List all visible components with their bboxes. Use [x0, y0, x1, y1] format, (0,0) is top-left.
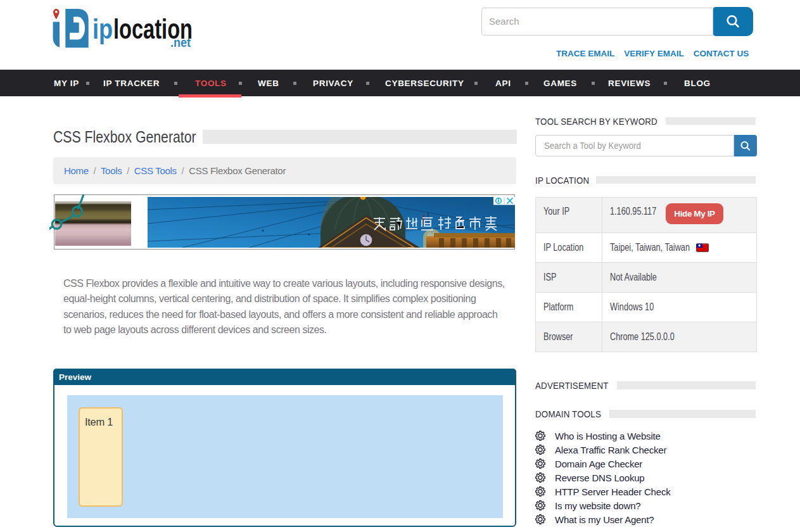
svg-text:ip: ip [92, 13, 113, 44]
svg-text:.net: .net [170, 35, 191, 49]
